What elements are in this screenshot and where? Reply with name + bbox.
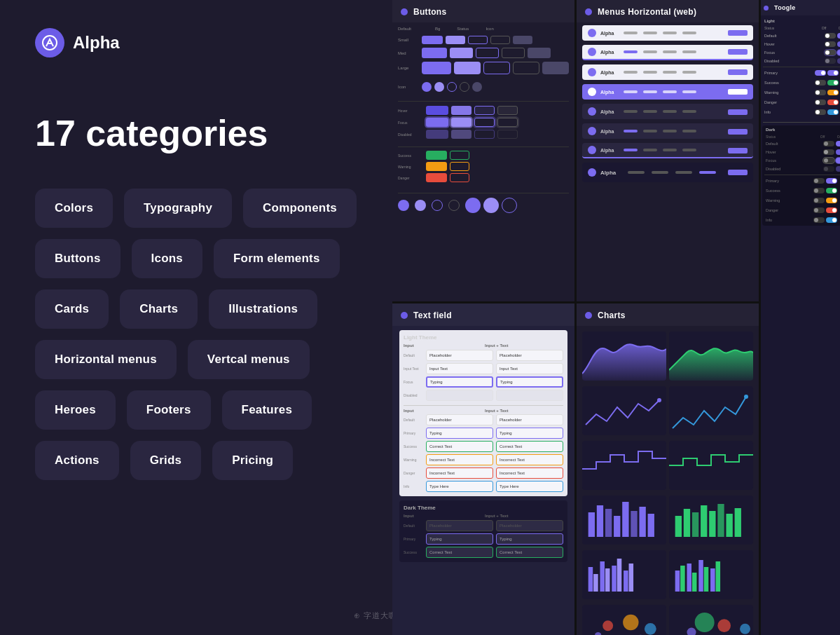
btn-disabled-o [474,130,495,139]
btn-icon-round3 [447,82,457,92]
toggle-dark-success: Success [764,186,840,195]
ss-textfield-title: Text field [413,310,452,320]
tf-incorrect-text: Incorrect Text [429,458,455,462]
btn-md-dark [528,48,551,58]
toggle-dark-w-off [813,198,825,203]
row-hover: Hover [398,109,423,113]
toggle-row-success: Success [763,78,840,87]
toggle-circle-off-disabled [825,59,829,63]
grouped-bar-svg-2 [672,553,750,595]
toggle-state-primary: Primary [764,71,813,75]
toggle-col-off: Off [816,26,832,30]
menu-cta-2 [728,49,748,55]
ss-charts: Charts [577,303,759,635]
row-disabled: Disabled [398,132,423,137]
btn-lg-outline [483,62,510,74]
toggle-dark-row-disabled: Disabled [764,165,840,172]
tf-placeholder: Placeholder [429,353,452,357]
menu-actions-colored [728,89,748,95]
btn-sm-dark [513,36,532,44]
menus-content: Alpha Alpha [577,22,759,185]
btn-disabled-s [451,130,471,139]
btn-md-ghost [502,48,525,58]
ss-menus-header: Menus Horizontal (web) [577,0,759,22]
btn-focus-p [426,118,448,127]
menu-bar-dark-3: Alpha [582,143,753,158]
tf-light-row-focus: Focus Typing Typing [404,376,563,388]
tf-incorrect-text-3: Incorrect Text [429,471,455,475]
toggle-success-off [815,80,826,86]
svg-rect-17 [726,514,732,537]
cat-btn-pricing[interactable]: Pricing [212,441,293,480]
cat-btn-heroes[interactable]: Heroes [35,390,116,430]
tf-dark-title: Dark Theme [404,505,563,511]
grouped-bar-svg [585,553,663,595]
svg-rect-34 [716,561,721,592]
toggle-light-label: Light [763,18,840,24]
tf-status-input-text-info: Type Here [496,481,563,492]
cat-btn-cards[interactable]: Cards [35,289,109,329]
tf-light-row-inputtext: Input Text Input Text Input Text [404,363,563,374]
cat-btn-illustrations[interactable]: Illustrations [209,289,317,329]
cat-btn-footers[interactable]: Footers [127,390,211,430]
toggle-info-off [815,109,826,115]
cat-btn-vertical-menus[interactable]: Vertcal menus [188,340,310,379]
cat-btn-icons[interactable]: Icons [132,239,202,278]
toggle-dark-p-off [813,178,825,184]
tf-status-row-warning: Warning Incorrect Text Incorrect Text [404,454,563,465]
tf-dark-placeholder: Placeholder [429,524,452,528]
svg-rect-27 [675,571,680,592]
toggle-circle-info-on [834,110,838,114]
svg-rect-29 [687,564,691,592]
menu-cta-colored [728,89,748,95]
cat-btn-horizontal-menus[interactable]: Horizontal menus [35,340,177,379]
row-label-sm: Small [398,38,419,42]
cat-btn-actions[interactable]: Actions [35,441,119,480]
toggle-light-section: Light Status Off On Default Hover [761,15,840,119]
tf-dark-col-input: Input [404,514,482,518]
btn-icon-round [422,82,432,92]
toggle-circle-danger-off [815,100,820,104]
toggle-dark-circle-hover-off [824,150,828,154]
btn-lg-ghost [513,62,539,74]
cat-btn-form-elements[interactable]: Form elements [214,239,340,278]
ss-buttons-header: Buttons [392,0,574,22]
menu-brand-2: Alpha [600,50,614,55]
toggle-state-default: Default [764,34,823,38]
btn-icon-round4 [460,82,469,92]
logo-text: Alpha [73,33,120,53]
toggle-circle-danger-on [834,100,838,104]
row-label-lg: Large [398,66,419,70]
btn-lg-primary [422,62,451,74]
cat-btn-charts[interactable]: Charts [120,289,198,329]
cat-btn-features[interactable]: Features [222,390,312,430]
headline: 17 categories [35,114,357,153]
chart-grouped-bar [582,550,666,599]
tf-dark-rows: Default Placeholder Placeholder Primary … [404,520,563,558]
tf-status-input-info: Type Here [426,481,493,492]
tf-status-col-text: Input + Text [485,409,563,413]
step-chart-svg-2 [669,441,753,476]
svg-point-45 [695,613,715,632]
cat-btn-components[interactable]: Components [243,189,357,228]
tf-dark-state-primary: Primary [404,537,423,541]
menu-cta-dark-1 [728,109,748,115]
svg-rect-13 [692,512,698,537]
cat-btn-grids[interactable]: Grids [130,441,201,480]
tf-status-typing-1: Typing [429,431,442,435]
toggle-dark-w-on [826,198,837,203]
toggle-dark-s-off-c [814,189,818,193]
col-status: Status [457,27,469,31]
btn-disabled-p [426,130,448,139]
menu-items-colored [624,90,696,93]
toggle-state-danger: Danger [764,100,813,104]
btn-warning-o [450,162,469,171]
svg-rect-16 [717,504,724,537]
menu-item-c1 [624,90,638,93]
cat-btn-colors[interactable]: Colors [35,189,113,228]
tf-status-col-input: Input [404,409,482,413]
cat-btn-typography[interactable]: Typography [124,189,232,228]
cat-btn-buttons[interactable]: Buttons [35,239,121,278]
tf-dark-input-text-primary: Typing [496,533,563,545]
btn-focus-s [451,118,471,127]
